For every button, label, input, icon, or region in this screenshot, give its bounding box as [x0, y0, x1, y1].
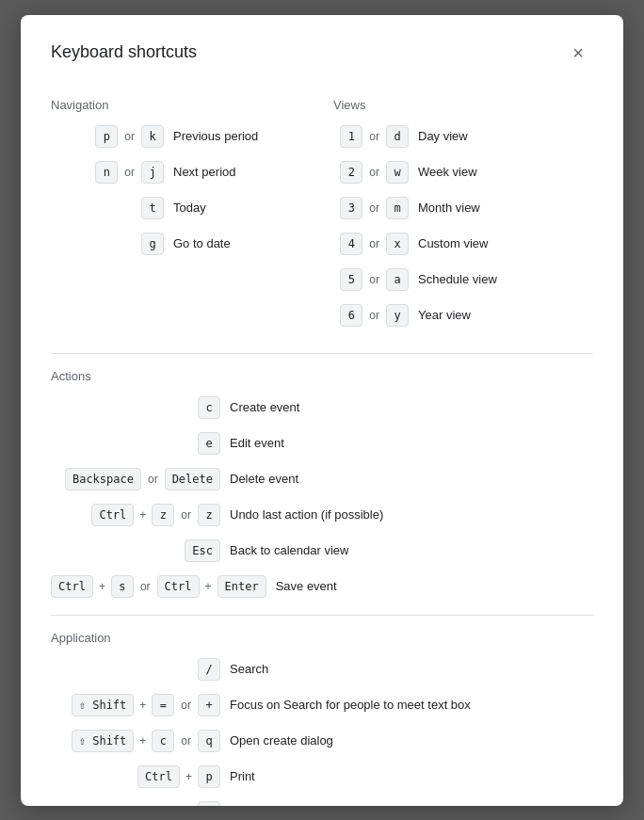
keys-area: norj: [51, 161, 164, 184]
keys-area: 1ord: [333, 125, 409, 148]
keys-area: pork: [51, 125, 164, 148]
shortcut-row: 3ormMonth view: [333, 195, 593, 221]
keys-area: t: [51, 197, 164, 219]
shortcut-label: Schedule view: [418, 272, 497, 286]
keys-area: ⇧ Shift+=or+: [51, 694, 220, 716]
separator-plus: +: [139, 508, 146, 522]
key-badge: z: [152, 504, 174, 526]
key-badge: a: [386, 268, 409, 291]
separator-plus: +: [139, 734, 146, 748]
key-badge: m: [386, 197, 409, 219]
shortcut-row: ⇧ Shift+=or+Focus on Search for people t…: [51, 692, 593, 718]
shortcut-row: BackspaceorDeleteDelete event: [51, 466, 593, 492]
shortcut-label: Search: [230, 662, 268, 676]
shortcut-label: Previous period: [173, 129, 258, 143]
shortcut-label: Open create dialog: [230, 733, 333, 748]
shortcut-row: 5oraSchedule view: [333, 266, 593, 293]
shortcut-row: ⇧ Shift+corqOpen create dialog: [51, 728, 593, 754]
application-section: Application /Search⇧ Shift+=or+Focus on …: [51, 631, 593, 806]
key-badge: d: [386, 125, 409, 148]
keys-area: BackspaceorDelete: [51, 468, 220, 490]
shortcut-label: Focus on Search for people to meet text …: [230, 698, 471, 712]
shortcut-row: Ctrl+pPrint: [51, 764, 593, 790]
shortcut-row: norjNext period: [51, 159, 311, 185]
navigation-section: Navigation porkPrevious periodnorjNext p…: [51, 90, 311, 338]
key-badge: s: [198, 801, 220, 806]
separator-plus: +: [139, 699, 146, 712]
key-badge: =: [152, 694, 174, 716]
key-badge: Ctrl: [51, 575, 93, 598]
shortcut-label: Next period: [173, 165, 235, 179]
actions-section-title: Actions: [51, 369, 593, 383]
actions-section: Actions cCreate eventeEdit eventBackspac…: [51, 369, 593, 600]
keys-area: 3orm: [333, 197, 409, 219]
shortcut-row: cCreate event: [51, 394, 593, 421]
close-button[interactable]: ×: [563, 38, 593, 68]
shortcut-label: Week view: [418, 165, 477, 179]
shortcut-row: gGo to date: [51, 231, 311, 257]
separator-or: or: [181, 699, 191, 712]
keys-area: ⇧ Shift+corq: [51, 730, 220, 752]
key-badge: c: [198, 396, 220, 419]
shortcut-row: tToday: [51, 195, 311, 221]
separator-or: or: [369, 309, 379, 322]
key-badge: ⇧ Shift: [72, 694, 135, 716]
keys-area: s: [51, 801, 220, 806]
shortcut-row: porkPrevious period: [51, 123, 311, 150]
separator-or: or: [369, 237, 379, 250]
shortcut-label: Print: [230, 769, 255, 783]
separator-plus: +: [185, 770, 192, 783]
key-badge: t: [141, 197, 164, 219]
key-badge: Ctrl: [91, 504, 134, 526]
shortcut-row: 4orxCustom view: [333, 231, 593, 257]
shortcut-label: Save event: [276, 579, 337, 593]
separator-or: or: [369, 130, 379, 143]
key-badge: 6: [340, 304, 362, 327]
separator-or: or: [181, 734, 191, 748]
keys-area: 4orx: [333, 233, 409, 255]
shortcut-row: Ctrl+sorCtrl+EnterSave event: [51, 573, 593, 600]
keys-area: Ctrl+zorz: [51, 504, 220, 526]
shortcut-label: Back to calendar view: [230, 543, 348, 557]
separator-plus: +: [205, 580, 212, 593]
shortcut-label: Edit event: [230, 436, 284, 450]
shortcut-label: Today: [173, 201, 206, 215]
separator-or: or: [140, 580, 151, 593]
shortcut-label: Settings: [230, 805, 274, 806]
key-badge: q: [198, 730, 220, 752]
navigation-section-title: Navigation: [51, 98, 311, 112]
key-badge: k: [141, 125, 164, 148]
keys-area: Ctrl+p: [51, 765, 220, 788]
key-badge: c: [152, 730, 174, 752]
key-badge: p: [198, 765, 220, 788]
key-badge: Backspace: [65, 468, 141, 490]
separator-or: or: [148, 473, 158, 486]
shortcut-row: sSettings: [51, 799, 593, 806]
shortcut-row: 6oryYear view: [333, 302, 593, 329]
keys-area: g: [51, 233, 164, 255]
shortcut-label: Month view: [418, 201, 480, 215]
key-badge: Enter: [217, 575, 266, 598]
shortcut-label: Custom view: [418, 236, 488, 250]
key-badge: x: [386, 233, 409, 255]
key-badge: e: [198, 432, 220, 455]
key-badge: /: [198, 658, 220, 681]
shortcut-label: Year view: [418, 308, 471, 322]
key-badge: 1: [340, 125, 362, 148]
key-badge: z: [198, 504, 220, 526]
dialog-title: Keyboard shortcuts: [51, 42, 197, 62]
shortcut-row: EscBack to calendar view: [51, 538, 593, 564]
shortcut-label: Day view: [418, 129, 468, 143]
key-badge: 4: [340, 233, 362, 255]
shortcut-label: Undo last action (if possible): [230, 507, 383, 522]
keys-area: Esc: [51, 539, 220, 562]
separator-or: or: [369, 201, 379, 215]
key-badge: s: [111, 575, 134, 598]
separator-or: or: [369, 273, 379, 286]
views-section: Views 1ordDay view2orwWeek view3ormMonth…: [333, 90, 593, 338]
key-badge: Delete: [165, 468, 220, 490]
key-badge: 5: [340, 268, 362, 291]
keys-area: Ctrl+sorCtrl+Enter: [51, 575, 266, 598]
key-badge: Esc: [185, 539, 220, 562]
dialog-header: Keyboard shortcuts ×: [51, 38, 593, 68]
